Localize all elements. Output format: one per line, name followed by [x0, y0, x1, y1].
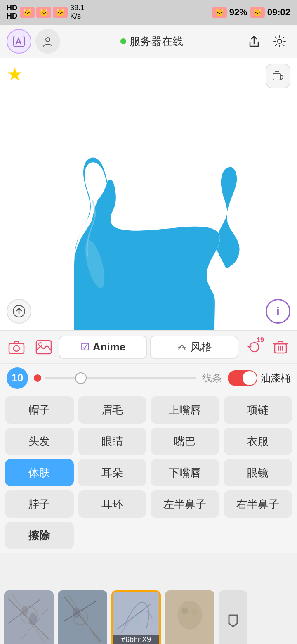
svg-point-7 [14, 346, 19, 351]
image-strip: #6bhnX9 [0, 586, 297, 644]
brush-slider-wrap [34, 374, 196, 382]
settings-button[interactable] [269, 31, 290, 52]
tag-hat[interactable]: 帽子 [5, 396, 74, 424]
top-toolbar: 服务器在线 [0, 25, 297, 58]
style-label: 风格 [191, 340, 212, 354]
action-bar: ☑ Anime 风格 19 [0, 330, 297, 363]
canvas-drawing[interactable] [0, 58, 297, 330]
tag-eyes[interactable]: 眼睛 [78, 428, 147, 455]
svg-point-32 [191, 608, 198, 616]
tag-left-nostril[interactable]: 左半鼻子 [151, 490, 219, 518]
tag-upper-lip[interactable]: 上嘴唇 [151, 396, 219, 424]
canvas-area[interactable]: ★ i [0, 58, 297, 330]
strip-thumb-3[interactable]: #6bhnX9 [111, 590, 161, 644]
svg-point-31 [182, 608, 188, 614]
status-speed: 39.1 K/s [70, 4, 85, 21]
svg-rect-6 [9, 343, 24, 353]
tag-earring[interactable]: 耳环 [78, 490, 147, 518]
tag-skin[interactable]: 体肤 [5, 459, 74, 486]
status-right: 🐱 92% 🐱 09:02 [212, 7, 290, 18]
bucket-label: 油漆桶 [261, 372, 290, 385]
strip-thumb-3-label: #6bhnX9 [113, 635, 159, 644]
undo-button[interactable]: 19 [241, 335, 266, 360]
svg-point-17 [29, 613, 37, 625]
tag-hair[interactable]: 头发 [5, 428, 74, 455]
svg-point-9 [39, 343, 42, 346]
svg-point-24 [73, 608, 80, 618]
tag-neck[interactable]: 脖子 [5, 490, 74, 518]
line-label: 线条 [202, 372, 222, 385]
clock: 09:02 [267, 7, 290, 18]
online-dot [120, 38, 126, 44]
battery-cat-icon: 🐱 [212, 7, 227, 18]
tag-necklace[interactable]: 项链 [224, 396, 292, 424]
svg-rect-0 [14, 36, 24, 47]
svg-point-30 [177, 601, 202, 630]
cat-icon-3: 🐱 [53, 7, 68, 18]
brush-size-value: 10 [12, 372, 24, 384]
edit-button[interactable] [7, 29, 31, 54]
brush-slider[interactable] [45, 377, 196, 379]
anime-button[interactable]: ☑ Anime [59, 336, 147, 359]
tag-clothes[interactable]: 衣服 [224, 428, 292, 455]
svg-rect-11 [4, 590, 54, 644]
tag-ear[interactable]: 耳朵 [78, 459, 147, 486]
cat-icon-2: 🐱 [36, 7, 51, 18]
svg-rect-3 [273, 73, 280, 80]
toolbar-right [243, 31, 290, 52]
strip-thumb-1[interactable] [4, 590, 54, 644]
brush-slider-thumb[interactable] [75, 372, 87, 384]
info-icon: i [276, 305, 280, 318]
tag-grid: 帽子 眉毛 上嘴唇 项链 头发 眼睛 嘴巴 衣服 体肤 耳朵 下嘴唇 眼镜 脖子… [0, 392, 297, 553]
share-button[interactable] [243, 31, 265, 52]
coffee-button[interactable] [266, 64, 290, 88]
tag-glasses[interactable]: 眼镜 [224, 459, 292, 486]
favorite-button[interactable]: ★ [7, 64, 23, 85]
cat-icon-1: 🐱 [20, 7, 35, 18]
status-left: HD HD 🐱 🐱 🐱 39.1 K/s [7, 4, 85, 21]
upload-button[interactable] [7, 299, 31, 324]
image-button[interactable] [31, 335, 56, 360]
strip-thumb-4[interactable] [165, 590, 214, 644]
status-hd: HD HD [7, 4, 17, 21]
strip-thumb-2[interactable] [58, 590, 107, 644]
svg-point-1 [46, 38, 50, 42]
toggle-thumb [243, 371, 257, 385]
battery-pct: 92% [229, 7, 248, 18]
brush-min-dot [34, 374, 41, 382]
info-button[interactable]: i [266, 299, 290, 324]
check-icon: ☑ [80, 341, 90, 353]
brush-size-indicator: 10 [7, 367, 28, 389]
status-bar: HD HD 🐱 🐱 🐱 39.1 K/s 🐱 92% 🐱 09:02 [0, 0, 297, 25]
camera-button[interactable] [4, 335, 29, 360]
tag-right-nostril[interactable]: 右半鼻子 [224, 490, 292, 518]
tag-erase[interactable]: 擦除 [5, 522, 74, 549]
svg-point-2 [278, 39, 282, 43]
bucket-toggle[interactable] [228, 370, 257, 386]
toggle-wrap: 油漆桶 [228, 370, 290, 386]
tag-eyebrow[interactable]: 眉毛 [78, 396, 147, 424]
undo-count: 19 [257, 336, 264, 344]
tag-mouth[interactable]: 嘴巴 [151, 428, 219, 455]
tag-lower-lip[interactable]: 下嘴唇 [151, 459, 219, 486]
delete-button[interactable] [268, 335, 293, 360]
bottom-spacer [0, 553, 297, 586]
status-icons: 🐱 🐱 🐱 [20, 7, 68, 18]
anime-label: Anime [93, 341, 125, 353]
battery-icon-2: 🐱 [250, 7, 265, 18]
user-button[interactable] [35, 29, 60, 54]
server-label: 服务器在线 [130, 34, 183, 49]
style-button[interactable]: 风格 [150, 336, 238, 359]
brush-row: 10 线条 油漆桶 [0, 363, 297, 392]
svg-point-33 [184, 618, 196, 625]
add-image-button[interactable] [219, 590, 248, 644]
server-status: 服务器在线 [64, 34, 239, 49]
